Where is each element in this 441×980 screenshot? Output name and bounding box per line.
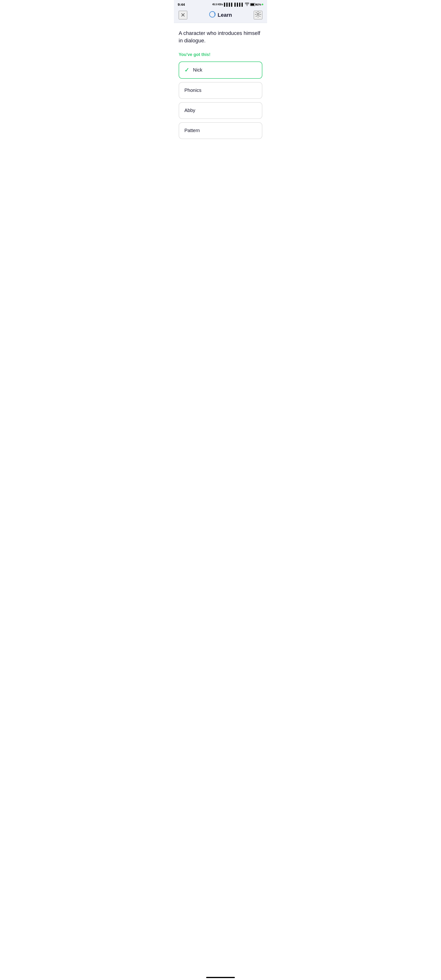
svg-point-1 (257, 13, 259, 15)
status-time: 9:44 (178, 2, 185, 6)
option-nick-label: Nick (193, 67, 202, 73)
checkmark-icon: ✓ (184, 67, 189, 73)
settings-button[interactable] (254, 11, 262, 19)
battery-icon (250, 3, 255, 6)
question-text: A character who introduces himself in di… (179, 30, 262, 45)
option-abby[interactable]: Abby (179, 102, 262, 119)
signal-icon-1: ▌▌▌▌ (224, 3, 234, 6)
close-button[interactable]: ✕ (179, 11, 187, 19)
status-bar: 9:44 45.5 KB/s ▌▌▌▌ ▌▌▌▌ 92% (174, 0, 267, 8)
option-phonics-label: Phonics (184, 88, 201, 93)
header-title: Learn (209, 11, 232, 19)
battery: 92% (250, 3, 263, 6)
green-dot (262, 3, 263, 5)
signal-icon-2: ▌▌▌▌ (234, 3, 244, 6)
header-title-text: Learn (217, 12, 232, 18)
main-content: A character who introduces himself in di… (174, 23, 267, 144)
learn-icon (209, 11, 216, 19)
home-indicator (206, 977, 235, 978)
options-list: ✓ Nick Phonics Abby Pattern (179, 62, 262, 139)
option-nick[interactable]: ✓ Nick (179, 62, 262, 79)
close-icon: ✕ (181, 12, 186, 18)
header: ✕ Learn (174, 8, 267, 23)
option-pattern[interactable]: Pattern (179, 122, 262, 139)
option-abby-label: Abby (184, 108, 195, 113)
data-speed: 45.5 KB/s (213, 3, 223, 6)
wifi-icon (245, 3, 249, 6)
settings-icon (255, 11, 261, 19)
battery-percent: 92% (256, 3, 261, 6)
status-icons: 45.5 KB/s ▌▌▌▌ ▌▌▌▌ 92% (213, 3, 263, 6)
option-phonics[interactable]: Phonics (179, 82, 262, 99)
option-pattern-label: Pattern (184, 128, 200, 133)
feedback-text: You've got this! (179, 52, 262, 57)
